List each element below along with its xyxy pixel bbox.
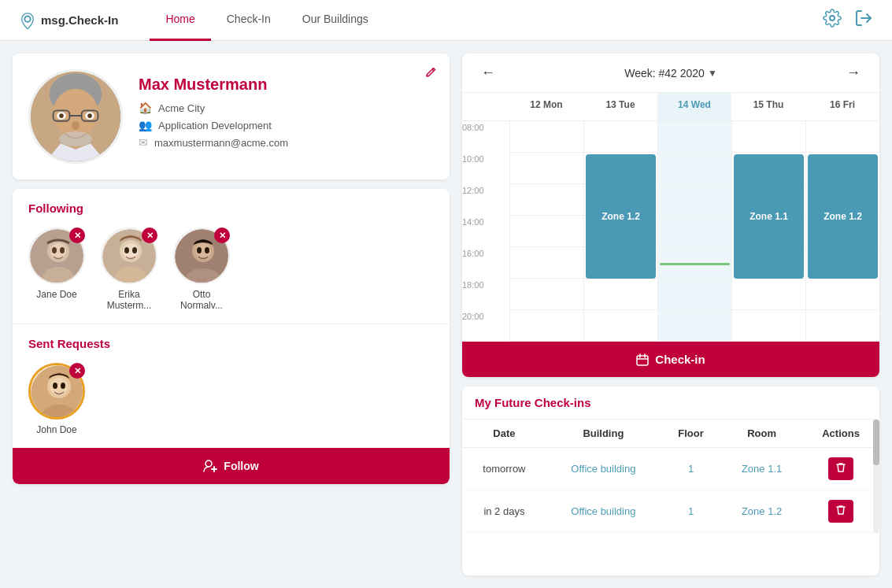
profile-info: Max Mustermann 🏠 Acme City 👥 Application… <box>139 69 434 149</box>
svg-point-10 <box>59 113 64 118</box>
remove-following-otto[interactable]: ✕ <box>214 227 230 243</box>
cell-thu-6[interactable] <box>731 310 805 342</box>
table-row: tomorrow Office building 1 Zone 1.1 <box>462 448 879 490</box>
cell-wed-5[interactable] <box>657 279 731 310</box>
follow-icon <box>203 459 217 473</box>
future-checkins-header: My Future Check-ins <box>462 386 879 420</box>
following-section-wrapper: Following <box>13 189 450 484</box>
cell-tue-1[interactable]: Zone 1.2 <box>583 153 657 184</box>
week-dropdown-icon[interactable]: ▼ <box>708 68 717 79</box>
cell-thu-1[interactable]: Zone 1.1 <box>731 153 805 184</box>
svg-point-14 <box>59 131 92 146</box>
row2-building-link[interactable]: Office building <box>571 505 635 517</box>
event-fri-zone12[interactable]: Zone 1.2 <box>808 154 878 279</box>
row2-floor-link[interactable]: 1 <box>688 505 694 517</box>
cell-wed-1[interactable] <box>657 153 731 184</box>
svg-point-26 <box>132 247 137 253</box>
cell-fri-6[interactable] <box>805 310 879 342</box>
cell-mon-4[interactable] <box>509 247 583 279</box>
time-1000: 10:00 <box>462 153 509 184</box>
event-tue-zone12[interactable]: Zone 1.2 <box>586 154 656 279</box>
nav-tab-checkin[interactable]: Check-In <box>211 0 287 41</box>
svg-point-25 <box>124 247 129 253</box>
following-section: Following <box>13 189 450 324</box>
cell-wed-4[interactable] <box>657 247 731 279</box>
table-row: in 2 days Office building 1 Zone 1.2 <box>462 490 879 533</box>
cell-wed-0[interactable] <box>657 121 731 153</box>
calendar-next-button[interactable]: → <box>840 61 867 84</box>
cell-tue-6[interactable] <box>583 310 657 342</box>
time-1400: 14:00 <box>462 216 509 247</box>
profile-name: Max Mustermann <box>139 76 434 94</box>
row1-building-link[interactable]: Office building <box>571 463 635 475</box>
cell-tue-0[interactable] <box>583 121 657 153</box>
cal-header-tue: 13 Tue <box>583 93 657 121</box>
logout-button[interactable] <box>854 9 873 31</box>
avatar-wrapper-jane: ✕ <box>28 227 85 284</box>
avatar-wrapper-john: ✕ <box>28 363 85 420</box>
follow-button[interactable]: Follow <box>13 448 450 484</box>
remove-sent-john[interactable]: ✕ <box>69 363 85 379</box>
cell-mon-5[interactable] <box>509 279 583 310</box>
sent-request-john-doe: ✕ John Doe <box>28 363 85 435</box>
time-1600: 16:00 <box>462 247 509 279</box>
cell-wed-2[interactable] <box>657 184 731 216</box>
cell-fri-5[interactable] <box>805 279 879 310</box>
remove-following-erika[interactable]: ✕ <box>142 227 157 243</box>
col-date: Date <box>462 420 546 448</box>
col-actions: Actions <box>802 420 879 448</box>
cell-wed-6[interactable] <box>657 310 731 342</box>
cell-fri-1[interactable]: Zone 1.2 <box>805 153 879 184</box>
cell-mon-2[interactable] <box>509 184 583 216</box>
svg-point-12 <box>87 113 92 118</box>
row2-delete-button[interactable] <box>828 500 853 523</box>
svg-point-38 <box>61 383 65 389</box>
profile-email: ✉ maxmustermann@acme.com <box>139 136 434 149</box>
row1-floor: 1 <box>661 448 721 490</box>
nav-tab-buildings[interactable]: Our Buildings <box>287 0 384 41</box>
calendar-week-label: Week: #42 2020 ▼ <box>624 67 717 80</box>
cal-header-wed: 14 Wed <box>657 93 731 121</box>
sent-requests-list: ✕ John Doe <box>28 363 434 435</box>
cal-header-fri: 16 Fri <box>805 93 879 121</box>
cell-tue-5[interactable] <box>583 279 657 310</box>
cell-thu-5[interactable] <box>731 279 805 310</box>
edit-profile-button[interactable] <box>424 66 437 82</box>
app-logo: msg.Check-In <box>19 12 118 29</box>
row1-date: tomorrow <box>462 448 546 490</box>
following-name-jane: Jane Doe <box>36 289 76 300</box>
svg-point-1 <box>830 16 835 20</box>
trash-icon-2 <box>836 505 846 516</box>
row2-room-link[interactable]: Zone 1.2 <box>742 505 782 517</box>
cell-mon-3[interactable] <box>509 216 583 247</box>
avatar-wrapper-erika: ✕ <box>101 227 157 284</box>
cell-mon-1[interactable] <box>509 153 583 184</box>
nav-tab-home[interactable]: Home <box>150 0 210 41</box>
calendar-prev-button[interactable]: ← <box>475 61 502 84</box>
cell-mon-6[interactable] <box>509 310 583 342</box>
row1-room-link[interactable]: Zone 1.1 <box>742 463 782 475</box>
cell-fri-0[interactable] <box>805 121 879 153</box>
col-room: Room <box>721 420 802 448</box>
cell-thu-0[interactable] <box>731 121 805 153</box>
main-layout: Max Mustermann 🏠 Acme City 👥 Application… <box>0 41 892 588</box>
right-panel: ← Week: #42 2020 ▼ → 12 Mon 13 Tue 14 We… <box>462 54 879 575</box>
scroll-indicator <box>873 420 879 533</box>
event-thu-zone11[interactable]: Zone 1.1 <box>734 154 804 279</box>
settings-button[interactable] <box>823 9 842 31</box>
future-checkins-table: Date Building Floor Room Actions tomorro… <box>462 420 879 533</box>
cell-wed-3[interactable] <box>657 216 731 247</box>
dept-icon: 👥 <box>139 119 152 131</box>
row2-floor: 1 <box>661 490 721 533</box>
row2-date: in 2 days <box>462 490 546 533</box>
cell-mon-0[interactable] <box>509 121 583 153</box>
row1-floor-link[interactable]: 1 <box>688 463 694 475</box>
row1-delete-button[interactable] <box>828 457 853 480</box>
cal-header-thu: 15 Thu <box>731 93 805 121</box>
svg-point-31 <box>197 247 202 253</box>
checkin-button[interactable]: Check-in <box>462 342 879 377</box>
remove-following-jane[interactable]: ✕ <box>69 227 85 243</box>
row1-actions <box>802 448 879 490</box>
trash-icon <box>836 462 846 473</box>
sent-requests-title: Sent Requests <box>28 337 434 350</box>
